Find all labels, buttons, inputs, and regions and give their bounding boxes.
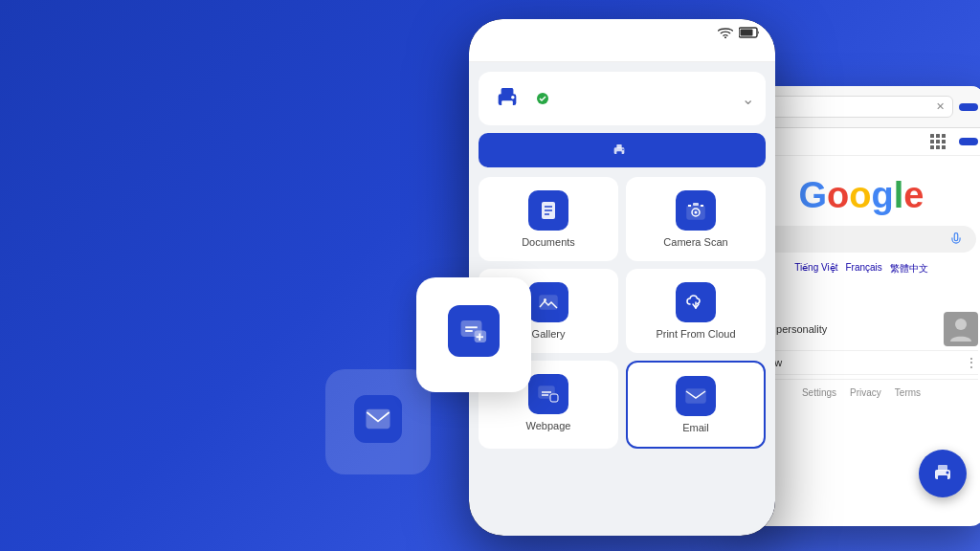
svg-rect-37 <box>930 134 934 138</box>
svg-rect-30 <box>686 389 705 403</box>
news-thumb-1 <box>944 312 978 346</box>
grid-item-print-from-cloud[interactable]: Print From Cloud <box>626 269 766 353</box>
footer-settings[interactable]: Settings <box>802 387 836 398</box>
footer-privacy[interactable]: Privacy <box>850 387 881 398</box>
url-bar[interactable]: ✕ <box>745 96 953 118</box>
webpage-floating-icon <box>448 305 500 357</box>
google-search-bar[interactable] <box>746 226 976 253</box>
printer-card-icon <box>490 81 524 116</box>
news-item-1[interactable]: media personality <box>745 308 978 351</box>
svg-rect-44 <box>936 145 940 149</box>
news-item-2[interactable]: nd draw ⋮ <box>745 351 978 375</box>
browser-footer: Settings Privacy Terms <box>745 379 978 406</box>
lang-tieng-viet[interactable]: Tiếng Việt <box>794 262 837 276</box>
printer-chevron-icon: ⌄ <box>742 90 754 108</box>
print-from-cloud-icon <box>676 282 716 322</box>
status-right <box>718 27 760 38</box>
svg-rect-38 <box>936 134 940 138</box>
phone-content: ⌄ Documents <box>469 62 775 458</box>
status-bar <box>469 19 775 46</box>
svg-rect-3 <box>741 30 753 36</box>
email-floating-icon <box>354 395 402 443</box>
google-logo: G o o g l e <box>746 175 976 216</box>
browser-sign-in-button[interactable] <box>959 138 978 145</box>
svg-rect-41 <box>936 140 940 143</box>
print-fab-button[interactable] <box>919 450 967 497</box>
svg-rect-45 <box>942 145 946 149</box>
svg-rect-39 <box>942 134 946 138</box>
svg-point-48 <box>955 319 967 330</box>
lang-links: Tiếng Việt Français 繁體中文 <box>746 262 976 276</box>
svg-rect-29 <box>550 394 558 402</box>
email-bottom-icon <box>676 376 716 416</box>
svg-rect-23 <box>540 296 557 309</box>
svg-rect-11 <box>616 144 621 148</box>
email-bottom-label: Email <box>682 422 709 433</box>
gallery-label: Gallery <box>532 328 566 340</box>
lang-chinese[interactable]: 繁體中文 <box>890 262 928 276</box>
printer-status <box>534 93 732 104</box>
documents-icon <box>528 190 568 231</box>
svg-rect-51 <box>938 465 947 471</box>
svg-rect-6 <box>501 89 513 96</box>
add-printer-button[interactable] <box>479 133 766 167</box>
footer-terms[interactable]: Terms <box>895 387 921 398</box>
svg-rect-40 <box>930 140 934 143</box>
svg-point-12 <box>622 149 624 151</box>
svg-rect-50 <box>938 475 947 481</box>
email-floating-card[interactable] <box>325 369 431 474</box>
svg-rect-42 <box>942 140 946 143</box>
gallery-icon <box>528 282 568 322</box>
camera-scan-icon <box>676 190 716 231</box>
svg-rect-43 <box>930 145 934 149</box>
webpage-floating-card[interactable] <box>416 277 531 392</box>
print-from-cloud-label: Print From Cloud <box>656 328 735 340</box>
camera-scan-label: Camera Scan <box>663 236 727 248</box>
grid-item-documents[interactable]: Documents <box>479 177 618 261</box>
grid-item-camera-scan[interactable]: Camera Scan <box>626 177 766 261</box>
printer-info <box>534 93 732 104</box>
grid-icon[interactable] <box>930 134 949 149</box>
webpage-bottom-label: Webpage <box>526 420 571 431</box>
svg-point-19 <box>695 211 698 214</box>
svg-point-7 <box>511 96 515 99</box>
news-more-icon[interactable]: ⋮ <box>965 355 978 370</box>
grid-item-email-bottom[interactable]: Email <box>626 361 766 449</box>
lang-francais[interactable]: Français <box>846 262 882 276</box>
webpage-bottom-icon <box>528 374 568 414</box>
svg-rect-20 <box>693 203 699 206</box>
browser-close-button[interactable] <box>959 103 978 111</box>
svg-rect-5 <box>501 100 513 107</box>
printer-card[interactable]: ⌄ <box>479 72 766 125</box>
svg-rect-0 <box>367 410 389 429</box>
microphone-icon[interactable] <box>949 232 963 246</box>
svg-point-52 <box>947 472 949 474</box>
app-header <box>469 46 775 62</box>
print-fab-icon <box>931 462 954 485</box>
documents-label: Documents <box>522 236 575 248</box>
url-clear-icon[interactable]: ✕ <box>936 100 945 113</box>
svg-rect-10 <box>616 151 621 154</box>
svg-point-1 <box>724 36 726 38</box>
